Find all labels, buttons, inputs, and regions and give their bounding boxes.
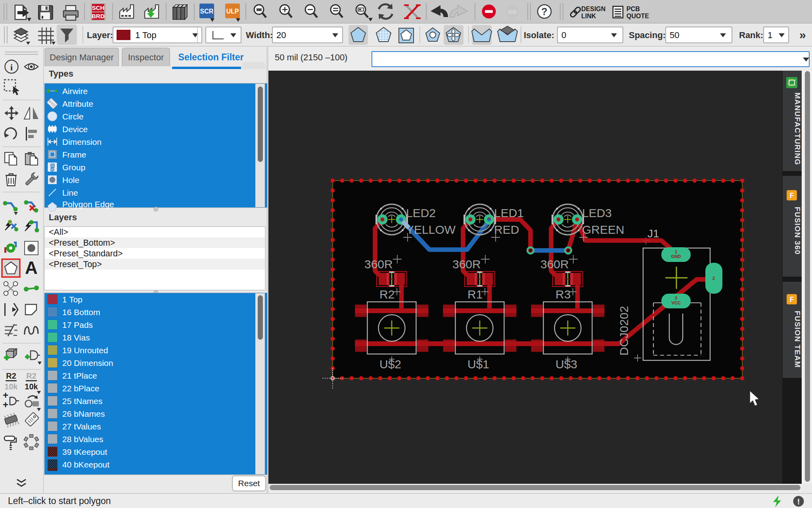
svg-text:GO: GO <box>508 9 517 15</box>
svg-text:U$1: U$1 <box>467 358 489 371</box>
svg-text:21 tPlace: 21 tPlace <box>62 371 97 380</box>
svg-text:22 bPlace: 22 bPlace <box>62 384 99 393</box>
svg-text:i: i <box>10 62 13 72</box>
svg-text:<Preset_Bottom>: <Preset_Bottom> <box>49 238 115 248</box>
svg-text:26 bNames: 26 bNames <box>62 409 105 418</box>
svg-text:F: F <box>790 296 794 304</box>
svg-text:360R: 360R <box>452 258 481 271</box>
svg-text:20 Dimension: 20 Dimension <box>62 358 113 368</box>
svg-text:LINK: LINK <box>581 13 596 19</box>
svg-text:1 Top: 1 Top <box>62 295 82 304</box>
svg-text:Width:: Width: <box>246 30 273 40</box>
svg-text:R2: R2 <box>26 371 36 380</box>
svg-text:1: 1 <box>675 249 677 254</box>
svg-text:360R: 360R <box>540 258 569 271</box>
svg-text:BRD: BRD <box>92 13 105 19</box>
svg-text:ULP: ULP <box>226 8 239 15</box>
svg-text:25 tNames: 25 tNames <box>62 396 103 406</box>
svg-text:Polygon Edge: Polygon Edge <box>62 200 114 209</box>
svg-text:2: 2 <box>712 276 715 281</box>
svg-text:R2: R2 <box>6 371 16 380</box>
svg-text:10k: 10k <box>25 382 38 391</box>
svg-text:Line: Line <box>62 188 78 197</box>
svg-text:Dimension: Dimension <box>62 137 102 146</box>
svg-text:RED: RED <box>494 223 519 236</box>
svg-text:SCR: SCR <box>200 8 214 15</box>
svg-text:R2: R2 <box>379 288 395 301</box>
svg-text:R1: R1 <box>467 288 483 301</box>
svg-text:28 bValues: 28 bValues <box>62 435 103 444</box>
svg-text:Layers: Layers <box>49 212 77 222</box>
svg-text:LED2: LED2 <box>406 206 436 219</box>
svg-text:FUSION 360: FUSION 360 <box>793 207 802 255</box>
svg-text:+: + <box>3 390 8 400</box>
svg-text:17 Pads: 17 Pads <box>62 320 93 329</box>
svg-text:GND: GND <box>671 254 681 259</box>
svg-text:J1: J1 <box>647 227 659 240</box>
svg-text:Inspector: Inspector <box>128 52 164 62</box>
svg-text:+: + <box>3 399 8 410</box>
svg-text:Group: Group <box>62 163 85 172</box>
svg-text:LED1: LED1 <box>494 206 524 219</box>
svg-text:Device: Device <box>62 125 88 134</box>
svg-text:YELLOW: YELLOW <box>406 223 456 236</box>
svg-text:?: ? <box>541 6 547 17</box>
svg-text:LED3: LED3 <box>582 206 612 219</box>
svg-text:<Preset_Top>: <Preset_Top> <box>49 260 102 269</box>
svg-text:U$3: U$3 <box>555 358 577 371</box>
svg-text:DESIGN: DESIGN <box>581 6 605 12</box>
svg-text:GREEN: GREEN <box>582 223 624 236</box>
svg-text:<All>: <All> <box>49 227 68 237</box>
svg-text:Reset: Reset <box>238 479 260 488</box>
svg-text:Isolate:: Isolate: <box>524 30 554 40</box>
svg-text:39 tKeepout: 39 tKeepout <box>62 447 107 456</box>
svg-text:A: A <box>25 258 38 277</box>
svg-text:18 Vias: 18 Vias <box>62 333 90 342</box>
svg-text:Spacing:: Spacing: <box>629 30 666 40</box>
svg-text:27 tValues: 27 tValues <box>62 422 101 431</box>
svg-text:1 Top: 1 Top <box>135 30 156 40</box>
svg-text:360R: 360R <box>364 258 393 271</box>
svg-text:40 bKeepout: 40 bKeepout <box>62 460 109 469</box>
svg-text:SCH: SCH <box>92 4 105 11</box>
svg-text:R3: R3 <box>555 288 571 301</box>
svg-text:Selection Filter: Selection Filter <box>178 52 244 62</box>
svg-text:MANUFACTURING: MANUFACTURING <box>793 92 802 165</box>
svg-text:!: ! <box>797 497 800 506</box>
svg-text:16 Bottom: 16 Bottom <box>62 308 100 317</box>
svg-text:FUSION TEAM: FUSION TEAM <box>793 311 802 368</box>
svg-text:VCC: VCC <box>671 300 680 305</box>
svg-text:1: 1 <box>768 30 772 40</box>
svg-text:Layer:: Layer: <box>87 30 113 40</box>
svg-text:U$2: U$2 <box>379 358 401 371</box>
svg-text:<Preset_Standard>: <Preset_Standard> <box>49 249 123 258</box>
svg-text:0: 0 <box>561 30 566 40</box>
svg-text:50: 50 <box>670 30 679 40</box>
svg-text:QUOTE: QUOTE <box>626 13 649 19</box>
svg-text:Circle: Circle <box>62 112 84 121</box>
svg-text:Frame: Frame <box>62 150 86 159</box>
svg-text:Types: Types <box>49 69 73 79</box>
svg-text:F: F <box>790 192 794 200</box>
svg-text:Airwire: Airwire <box>62 87 88 96</box>
svg-text:20: 20 <box>276 30 286 40</box>
svg-text:3: 3 <box>675 296 677 300</box>
svg-text:Attribute: Attribute <box>62 99 93 108</box>
svg-text:PCB: PCB <box>626 6 640 12</box>
svg-text:Design Manager: Design Manager <box>50 52 113 62</box>
svg-text:19 Unrouted: 19 Unrouted <box>62 346 108 355</box>
svg-text:DCJ0202: DCJ0202 <box>617 306 630 356</box>
svg-text:Hole: Hole <box>62 175 79 185</box>
svg-text:Rank:: Rank: <box>739 30 763 40</box>
svg-text:»: » <box>799 28 806 41</box>
